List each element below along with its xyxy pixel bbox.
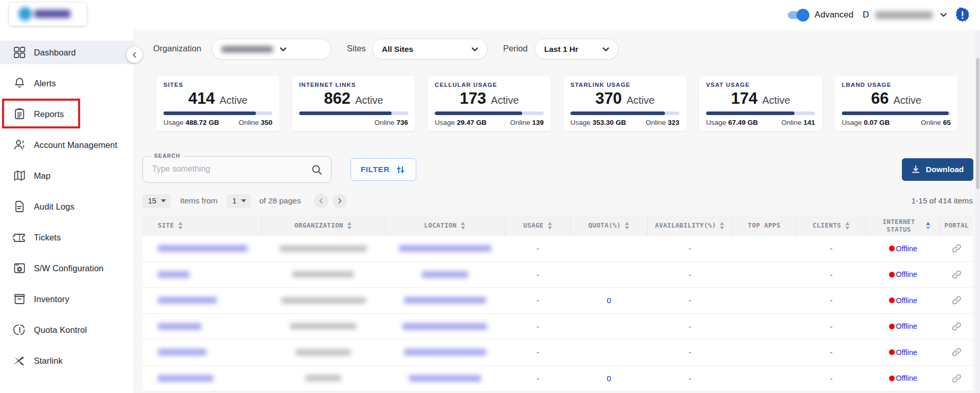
location-link-redacted[interactable]	[404, 349, 486, 355]
portal-link-icon[interactable]	[951, 269, 962, 280]
sidebar-item-tickets[interactable]: Tickets	[0, 226, 134, 249]
column-header-location[interactable]: LOCATION	[384, 216, 505, 236]
status-label: Offline	[896, 270, 917, 278]
sort-arrows-icon[interactable]	[926, 222, 930, 230]
period-select[interactable]: Last 1 Hr	[534, 39, 619, 60]
column-header-quota[interactable]: QUOTA(%)	[570, 216, 648, 236]
sort-arrows-icon[interactable]	[178, 222, 182, 230]
card-online-value: 65	[943, 119, 951, 126]
cell-internet-status[interactable]: Offline	[866, 314, 940, 340]
location-link-redacted[interactable]	[422, 271, 468, 278]
sidebar-item-dashboard[interactable]: Dashboard	[0, 41, 134, 64]
organization-select[interactable]	[212, 39, 331, 60]
cell-internet-status[interactable]: Offline	[866, 366, 940, 391]
portal-link-icon[interactable]	[951, 295, 962, 306]
sort-down-icon	[548, 227, 552, 230]
map-icon	[12, 169, 26, 183]
advanced-toggle[interactable]	[788, 11, 808, 19]
alert-badge-icon[interactable]	[954, 7, 971, 23]
sort-arrows-icon[interactable]	[845, 222, 849, 230]
search-icon[interactable]	[311, 164, 323, 178]
sidebar-item-alerts[interactable]: Alerts	[0, 71, 134, 95]
report-icon	[12, 107, 26, 121]
card-active-label: Active	[491, 95, 519, 106]
offline-status-dot	[889, 324, 895, 329]
sidebar-item-quota-kontrol[interactable]: Quota Kontrol	[0, 318, 134, 342]
portal-link-icon[interactable]	[951, 373, 962, 384]
download-button-label: Download	[926, 165, 964, 174]
cell-internet-status[interactable]: Offline	[866, 262, 940, 288]
offline-status-dot	[889, 246, 895, 251]
column-header-usage[interactable]: USAGE	[505, 216, 570, 236]
site-link-redacted[interactable]	[158, 271, 190, 278]
cell-internet-status[interactable]: Offline	[866, 236, 940, 261]
column-header-clients[interactable]: CLIENTS	[797, 216, 866, 236]
sort-arrows-icon[interactable]	[347, 222, 352, 230]
portal-link-icon[interactable]	[951, 321, 962, 332]
sidebar-item-account-management[interactable]: Account Management	[0, 133, 134, 157]
sidebar-item-sw-configuration[interactable]: S/W Configuration	[0, 256, 134, 280]
location-link-redacted[interactable]	[409, 375, 481, 382]
cell-clients: -	[797, 236, 866, 261]
sidebar-item-label: Alerts	[34, 79, 56, 88]
sort-up-icon	[178, 222, 182, 225]
sidebar-item-reports[interactable]: Reports	[0, 102, 134, 126]
quota-value-link[interactable]: 0	[607, 296, 611, 305]
sort-down-icon	[347, 227, 352, 230]
card-progress-fill	[842, 111, 949, 115]
quota-value-link[interactable]: 0	[607, 374, 611, 383]
site-link-redacted[interactable]	[158, 245, 248, 252]
stat-card-vsat-usage: VSAT USAGE174ActiveUsage67.49 GBOnline14…	[699, 76, 822, 131]
sort-arrows-icon[interactable]	[548, 222, 552, 230]
column-header-availability[interactable]: AVAILABILITY(%)	[648, 216, 732, 236]
vertical-scrollbar[interactable]	[975, 30, 980, 393]
sidebar-collapse-button[interactable]	[126, 47, 142, 63]
status-label: Offline	[896, 322, 917, 330]
column-header-organization[interactable]: ORGANIZATION	[262, 216, 384, 236]
cell-internet-status[interactable]: Offline	[866, 288, 940, 313]
sites-select[interactable]: All Sites	[372, 39, 488, 60]
page-select[interactable]: 1	[227, 194, 251, 208]
filter-button[interactable]: FILTER	[350, 158, 416, 181]
search-input[interactable]	[152, 157, 301, 181]
app-logo[interactable]	[9, 3, 86, 26]
column-header-internet-status[interactable]: INTERNET STATUS	[866, 216, 940, 236]
sidebar-item-starlink[interactable]: Starlink	[0, 349, 134, 372]
sort-arrows-icon[interactable]	[461, 222, 465, 230]
card-online: Online736	[374, 119, 408, 126]
sliders-icon	[395, 164, 406, 175]
table-row: ---Offline	[142, 236, 973, 262]
cell-site	[142, 340, 262, 365]
location-link-redacted[interactable]	[399, 245, 491, 252]
location-link-redacted[interactable]	[402, 323, 487, 330]
card-footer: Online736	[299, 119, 408, 126]
site-link-redacted[interactable]	[158, 297, 217, 304]
column-header-site[interactable]: SITE	[142, 216, 262, 236]
site-link-redacted[interactable]	[158, 349, 207, 355]
table-row: -0--Offline	[142, 288, 973, 314]
cell-portal	[940, 366, 973, 391]
sidebar-item-audit-logs[interactable]: Audit Logs	[0, 195, 134, 218]
cell-internet-status[interactable]: Offline	[866, 340, 940, 365]
card-value: 414	[188, 89, 215, 108]
cell-quota: 0	[570, 288, 648, 313]
site-link-redacted[interactable]	[158, 375, 213, 382]
portal-link-icon[interactable]	[951, 347, 962, 358]
page-size-select[interactable]: 15	[142, 194, 171, 208]
portal-link-icon[interactable]	[951, 243, 962, 254]
scrollbar-thumb[interactable]	[976, 58, 979, 189]
sidebar-item-map[interactable]: Map	[0, 164, 134, 188]
sort-arrows-icon[interactable]	[625, 222, 629, 230]
sort-arrows-icon[interactable]	[720, 222, 724, 230]
user-menu-chevron-down-icon[interactable]	[939, 10, 948, 20]
next-page-button[interactable]	[332, 194, 347, 208]
advanced-label: Advanced	[815, 10, 854, 20]
download-icon	[911, 165, 920, 174]
site-link-redacted[interactable]	[158, 323, 201, 330]
card-footer: Usage0.07 GBOnline65	[842, 119, 951, 126]
prev-page-button[interactable]	[314, 194, 328, 208]
download-button[interactable]: Download	[902, 158, 973, 181]
card-usage-value: 29.47 GB	[457, 119, 487, 126]
location-link-redacted[interactable]	[404, 297, 486, 304]
sidebar-item-inventory[interactable]: Inventory	[0, 287, 134, 311]
